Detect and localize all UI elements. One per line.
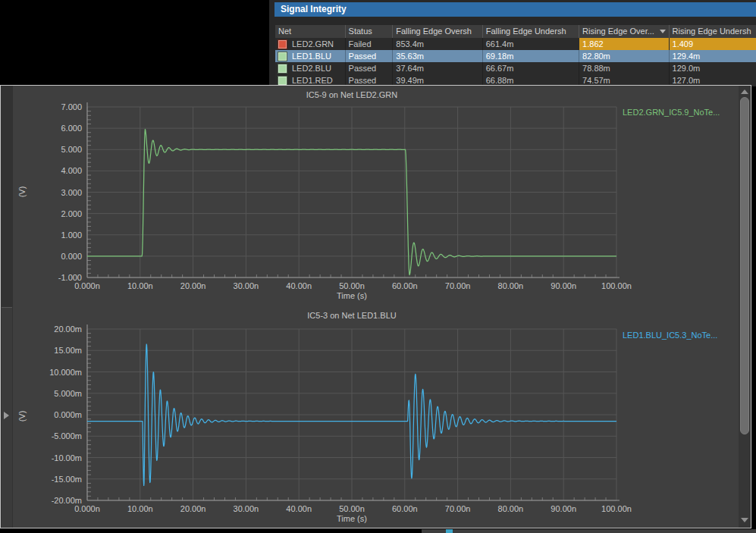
x-tick-label: 50.00n [339,504,365,513]
table-row-led1-blu[interactable]: LED1.BLUPassed35.63m69.18m82.80m129.4m [275,50,756,62]
value-cell: 661.4m [482,38,579,50]
value-cell: 853.4m [392,38,482,50]
chart-title: IC5-3 on Net LED1.BLU [87,311,616,320]
y-tick-label: 7.000 [61,102,82,111]
column-header-rising-edge-undersh[interactable]: Rising Edge Undersh [669,25,756,38]
y-tick-label: 1.000 [61,230,82,240]
x-tick-label: 10.00n [127,281,153,290]
scrollbar-thumb[interactable] [740,97,749,434]
legend-entry[interactable]: LED1.BLU_IC5.3_NoTe... [623,331,717,340]
net-cell: LED2.BLU [275,62,345,74]
x-axis-label: Time (s) [87,291,616,300]
y-tick-label: -10.00m [52,453,82,462]
y-tick-label: 20.00m [54,325,82,334]
table-header-row: NetStatusFalling Edge OvershFalling Edge… [275,25,756,38]
chart-ic5-3: 20.00m15.00m10.000m5.000m0.000m-5.000m-1… [49,325,632,513]
column-header-status[interactable]: Status [345,25,393,38]
status-color-swatch [278,76,287,86]
value-cell: 129.0m [669,62,756,74]
x-tick-label: 70.00n [445,281,471,290]
y-tick-label: 10.000m [49,368,82,377]
value-cell: 78.88m [579,62,668,74]
sort-desc-icon [660,30,666,33]
x-tick-label: 50.00n [339,281,365,290]
waveform-window-content: 7.0006.0005.0004.0003.0002.0001.0000.000… [1,86,751,528]
legend-entry[interactable]: LED2.GRN_IC5.9_NoTe... [623,108,720,117]
column-header-label: Rising Edge Over... [582,27,654,36]
y-tick-label: 5.000m [54,389,82,398]
net-name: LED1.BLU [292,50,331,62]
y-tick-label: -15.00m [52,475,82,484]
x-tick-label: 0.000n [74,504,100,513]
waveform-window: 7.0006.0005.0004.0003.0002.0001.0000.000… [0,85,751,528]
y-tick-label: 2.000 [61,209,82,218]
x-tick-label: 90.00n [551,504,576,513]
x-tick-label: 80.00n [498,504,524,513]
status-color-swatch [278,52,287,61]
background-window-edge [422,529,756,533]
net-cell: LED1.BLU [275,50,345,62]
y-tick-label: 15.00m [54,346,82,355]
column-header-label: Falling Edge Undersh [486,27,566,36]
x-tick-label: 10.00n [127,504,153,513]
chart-title: IC5-9 on Net LED2.GRN [87,90,616,99]
x-tick-label: 70.00n [445,504,471,513]
x-tick-label: 30.00n [234,504,259,513]
y-axis-unit-label: (V) [17,407,27,425]
column-header-falling-edge-oversh[interactable]: Falling Edge Oversh [392,25,482,38]
table-row-led2-grn[interactable]: LED2.GRNFailed853.4m661.4m1.8621.409 [275,38,756,50]
y-tick-label: 5.000 [61,145,82,154]
x-tick-label: 40.00n [286,281,312,290]
x-tick-label: 90.00n [551,281,576,290]
value-cell: 69.18m [482,50,579,62]
status-cell: Passed [345,50,393,62]
value-cell: 37.64m [392,62,482,74]
y-tick-label: 4.000 [61,166,82,175]
scroll-down-icon[interactable] [741,518,748,522]
net-name: LED2.GRN [292,38,334,50]
panel-header[interactable]: Signal Integrity [274,2,756,17]
x-tick-label: 0.000n [74,281,100,290]
background-accent [446,529,453,533]
vertical-scrollbar[interactable] [739,86,751,528]
x-tick-label: 80.00n [498,281,524,290]
x-tick-label: 100.00n [601,281,632,290]
status-color-swatch [278,64,287,74]
table-body: LED2.GRNFailed853.4m661.4m1.8621.409LED1… [275,38,756,86]
signal-integrity-panel: Signal Integrity NetStatusFalling Edge O… [269,0,756,86]
table-row-led2-blu[interactable]: LED2.BLUPassed37.64m66.67m78.88m129.0m [275,62,756,74]
column-header-rising-edge-over[interactable]: Rising Edge Over... [579,25,668,38]
value-cell: 82.80m [579,50,668,62]
y-tick-label: 6.000 [61,124,82,133]
chart-ic5-9: 7.0006.0005.0004.0003.0002.0001.0000.000… [58,102,632,290]
column-header-label: Net [278,27,291,36]
x-tick-label: 100.00n [601,504,632,513]
y-tick-label: 0.000 [61,252,82,261]
x-axis-label: Time (s) [87,514,616,523]
y-tick-label: 0.000m [54,410,82,419]
y-axis-unit-label: (V) [17,183,27,201]
status-cell: Failed [345,38,393,50]
column-header-falling-edge-undersh[interactable]: Falling Edge Undersh [482,25,579,38]
y-tick-label: -5.000m [52,431,82,441]
x-tick-label: 40.00n [286,504,312,513]
status-color-swatch [278,39,287,49]
column-header-net[interactable]: Net [275,25,345,38]
value-cell: 66.67m [482,62,579,74]
net-name: LED2.BLU [292,62,331,74]
value-cell: 1.862 [579,38,668,50]
value-cell: 35.63m [392,50,482,62]
column-header-label: Status [349,27,372,36]
panel-title: Signal Integrity [281,4,347,14]
scroll-up-icon[interactable] [741,89,748,94]
screen: Signal Integrity NetStatusFalling Edge O… [0,0,756,533]
net-cell: LED2.GRN [275,38,345,50]
x-tick-label: 20.00n [180,281,206,290]
status-cell: Passed [345,62,393,74]
x-tick-label: 60.00n [392,504,418,513]
value-cell: 1.409 [669,38,756,50]
column-header-label: Falling Edge Oversh [396,27,472,36]
value-cell: 129.4m [669,50,756,62]
x-tick-label: 60.00n [392,281,418,290]
waveform-canvas[interactable]: 7.0006.0005.0004.0003.0002.0001.0000.000… [1,86,751,528]
